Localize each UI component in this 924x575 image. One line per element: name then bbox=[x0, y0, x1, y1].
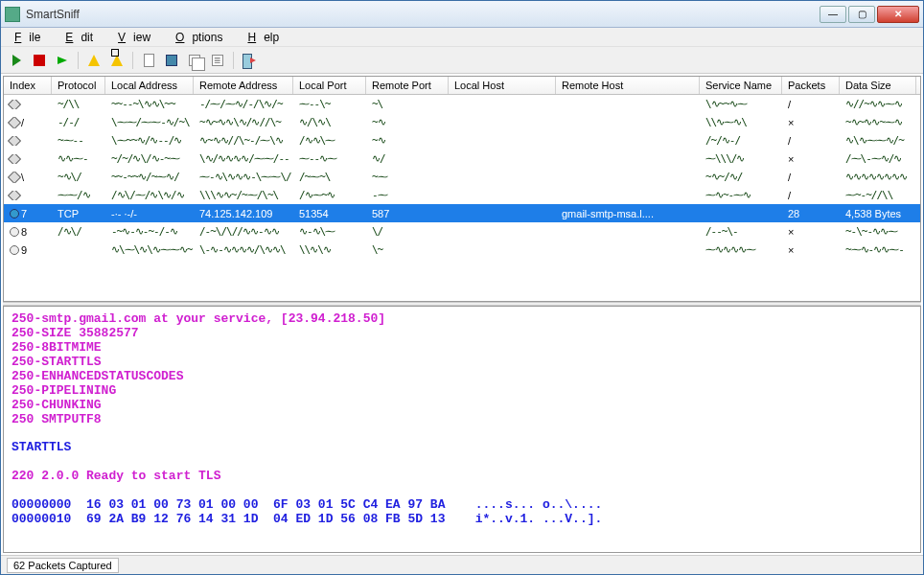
table-row[interactable]: 7TCP-·- ·-/-74.125.142.10951354587gmail-… bbox=[4, 204, 920, 222]
table-cell bbox=[4, 154, 52, 164]
filter-button[interactable] bbox=[84, 51, 104, 70]
table-cell: -/⁓/⁓∿/-/\∿/~ bbox=[194, 98, 293, 110]
table-cell: -/-/ bbox=[52, 116, 105, 128]
diamond-icon bbox=[8, 100, 21, 109]
minimize-button[interactable]: — bbox=[820, 6, 846, 23]
table-cell: ~/\\ bbox=[52, 98, 105, 110]
document-icon bbox=[144, 54, 154, 67]
table-row[interactable]: ~/\\~~--~\∿∿\~~-/⁓/⁓∿/-/\∿/~⁓--\~~\\∿~~∿… bbox=[4, 95, 920, 113]
table-cell: /∿⁓~∿ bbox=[293, 189, 366, 201]
copy-button[interactable] bbox=[185, 51, 204, 70]
start-capture-button[interactable] bbox=[7, 51, 26, 70]
col-remote-address[interactable]: Remote Address bbox=[194, 77, 293, 94]
table-cell: \-∿-∿∿∿∿/\∿∿\ bbox=[194, 243, 293, 256]
table-cell: /-~\/\//∿∿-∿∿ bbox=[194, 225, 293, 238]
table-cell: \ bbox=[4, 172, 52, 183]
col-remote-port[interactable]: Remote Port bbox=[366, 77, 449, 94]
menu-options[interactable]: Options bbox=[168, 29, 238, 46]
maximize-button[interactable]: ▢ bbox=[848, 6, 875, 23]
table-cell: 7 bbox=[4, 208, 52, 219]
table-cell: ⁓⁓/∿ bbox=[52, 189, 105, 201]
display-filter-button[interactable] bbox=[107, 51, 127, 70]
table-cell: ∿~∿∿//\~-/⁓\∿ bbox=[194, 134, 293, 147]
table-cell: -·- ·-/- bbox=[105, 208, 194, 219]
table-cell: × bbox=[782, 226, 840, 238]
diamond-icon bbox=[8, 154, 21, 164]
table-cell: ⁓∿~-⁓∿ bbox=[700, 189, 782, 201]
table-body[interactable]: ~/\\~~--~\∿∿\~~-/⁓/⁓∿/-/\∿/~⁓--\~~\\∿~~∿… bbox=[4, 95, 920, 284]
detail-line: 220 2.0.0 Ready to start TLS bbox=[12, 470, 912, 484]
table-row[interactable]: ⁓⁓/∿/∿\/⁓/∿\∿/∿\\\∿∿~/~⁓/\~\/∿⁓~∿-⁓⁓∿~-⁓… bbox=[4, 186, 920, 204]
table-cell: ~-\~-∿∿⁓ bbox=[840, 225, 916, 238]
table-hscrollbar[interactable] bbox=[4, 284, 920, 301]
table-cell: 4,538 Bytes bbox=[840, 208, 916, 219]
table-cell: ∿∿∿∿∿∿∿∿ bbox=[840, 171, 916, 183]
col-protocol[interactable]: Protocol bbox=[52, 77, 105, 94]
detail-line: 250-SIZE 35882577 bbox=[12, 327, 912, 341]
detail-line bbox=[12, 427, 912, 442]
detail-line: 250 SMTPUTF8 bbox=[12, 413, 912, 427]
table-row[interactable]: 9∿\⁓\∿\∿⁓⁓∿~\-∿-∿∿∿∿/\∿∿\\\∿\∿\~⁓∿∿∿∿⁓×~… bbox=[4, 241, 920, 259]
table-cell: /∿\/ bbox=[52, 225, 105, 238]
table-cell: ~~--~\∿∿\~~ bbox=[105, 98, 194, 110]
menu-file[interactable]: File bbox=[7, 29, 56, 46]
table-cell: × bbox=[782, 244, 840, 256]
circle-blue-icon bbox=[10, 209, 19, 218]
table-cell: ⁓--∿⁓ bbox=[293, 152, 366, 165]
table-cell: /∿\/⁓/∿\∿/∿ bbox=[105, 189, 194, 201]
table-cell: ∿//~∿∿⁓∿ bbox=[840, 98, 916, 110]
table-cell: / bbox=[4, 117, 52, 128]
menu-help[interactable]: Help bbox=[240, 29, 294, 46]
col-remote-host[interactable]: Remote Host bbox=[556, 77, 700, 94]
detail-line: 00000010 69 2A B9 12 76 14 31 1D 04 ED 1… bbox=[12, 513, 912, 527]
properties-button[interactable] bbox=[208, 51, 227, 70]
diamond-icon bbox=[8, 136, 21, 146]
play-icon bbox=[12, 55, 21, 66]
menu-view[interactable]: View bbox=[110, 29, 166, 46]
table-cell: ∿\∿⁓⁓∿/~ bbox=[840, 134, 916, 147]
detail-line: 250-STARTTLS bbox=[12, 356, 912, 370]
table-cell: / bbox=[782, 172, 840, 183]
new-button[interactable] bbox=[139, 51, 158, 70]
table-cell: \⁓~~∿/∿--/∿ bbox=[105, 134, 194, 147]
exit-button[interactable] bbox=[240, 51, 259, 70]
table-cell: -~∿-∿-~-/-∿ bbox=[105, 225, 194, 238]
table-cell: ∿\⁓\∿\∿⁓⁓∿~ bbox=[105, 243, 194, 256]
table-cell: 587 bbox=[366, 208, 449, 219]
table-cell: gmail-smtp-msa.l.... bbox=[556, 208, 700, 219]
detail-line: 250-ENHANCEDSTATUSCODES bbox=[12, 370, 912, 384]
table-cell: ~∿~∿∿\∿/∿//\~ bbox=[194, 116, 293, 128]
table-cell: -⁓ bbox=[366, 189, 449, 201]
stop-icon bbox=[34, 55, 45, 66]
table-cell: ~⁓∿-∿∿⁓- bbox=[840, 243, 916, 256]
detail-line: 250-smtp.gmail.com at your service, [23.… bbox=[12, 312, 912, 327]
col-data-size[interactable]: Data Size bbox=[840, 77, 916, 94]
table-row[interactable]: 8/∿\/-~∿-∿-~-/-∿/-~\/\//∿∿-∿∿∿-∿\⁓\//--~… bbox=[4, 222, 920, 241]
col-index[interactable]: Index bbox=[4, 77, 52, 94]
col-local-host[interactable]: Local Host bbox=[449, 77, 556, 94]
title-bar: SmartSniff — ▢ ✕ bbox=[1, 1, 923, 28]
close-button[interactable]: ✕ bbox=[877, 6, 919, 23]
table-row[interactable]: ∿∿⁓-~/~/∿\/∿-~⁓\∿/∿∿∿∿/⁓⁓/--⁓--∿⁓∿/⁓\\\/… bbox=[4, 150, 920, 168]
table-row[interactable]: \~∿\/~~-~~∿/~⁓∿/⁓-∿\∿∿∿-\⁓⁓\//~⁓~\~⁓~∿~/… bbox=[4, 168, 920, 186]
capture-flag-button[interactable] bbox=[53, 51, 72, 70]
stop-capture-button[interactable] bbox=[30, 51, 49, 70]
col-packets[interactable]: Packets bbox=[782, 77, 840, 94]
table-cell: 51354 bbox=[293, 208, 366, 219]
col-local-port[interactable]: Local Port bbox=[293, 77, 366, 94]
save-button[interactable] bbox=[162, 51, 181, 70]
table-row[interactable]: ~⁓--\⁓~~∿/∿--/∿∿~∿∿//\~-/⁓\∿/∿∿\⁓~∿/~/∿-… bbox=[4, 131, 920, 150]
toolbar-separator bbox=[78, 52, 79, 69]
menu-edit[interactable]: Edit bbox=[58, 29, 108, 46]
circle-icon bbox=[10, 227, 19, 237]
toolbar bbox=[1, 47, 923, 74]
packet-detail-text[interactable]: 250-smtp.gmail.com at your service, [23.… bbox=[4, 307, 920, 552]
properties-icon bbox=[212, 55, 223, 66]
table-cell: ~∿~∿∿~⁓∿ bbox=[840, 116, 916, 128]
flag-icon bbox=[58, 57, 67, 64]
col-local-address[interactable]: Local Address bbox=[105, 77, 194, 94]
col-service-name[interactable]: Service Name bbox=[700, 77, 782, 94]
table-cell: /~/∿-/ bbox=[700, 134, 782, 147]
table-cell: ~∿ bbox=[366, 116, 449, 128]
table-row[interactable]: /-/-/\⁓⁓/⁓⁓-∿/~\~∿~∿∿\∿/∿//\~∿/\∿\~∿\\∿⁓… bbox=[4, 113, 920, 131]
